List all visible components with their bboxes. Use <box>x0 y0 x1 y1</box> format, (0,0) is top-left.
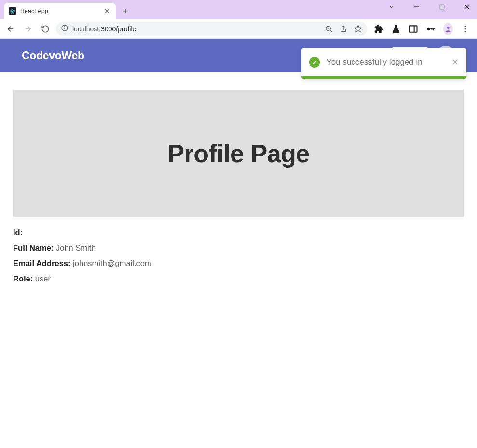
field-full-name: Full Name: John Smith <box>13 243 464 252</box>
browser-tab[interactable]: React App ✕ <box>4 3 116 19</box>
brand-logo[interactable]: CodevoWeb <box>22 49 84 62</box>
profile-fields: Id: Full Name: John Smith Email Address:… <box>13 217 464 283</box>
svg-point-28 <box>465 31 466 32</box>
key-icon[interactable] <box>426 24 436 34</box>
panel-icon[interactable] <box>409 24 418 34</box>
svg-rect-5 <box>440 5 444 9</box>
svg-rect-24 <box>432 28 433 30</box>
close-tab-icon[interactable]: ✕ <box>103 7 111 15</box>
page-viewport: CodevoWeb You successfully logged in ✕ P… <box>0 39 477 448</box>
site-info-icon[interactable] <box>61 24 68 33</box>
svg-point-12 <box>65 27 65 27</box>
toast-notification: You successfully logged in ✕ <box>301 48 466 79</box>
address-bar[interactable]: localhost:3000/profile <box>56 22 367 36</box>
maximize-window-icon[interactable] <box>435 1 449 13</box>
kebab-menu-icon[interactable] <box>461 24 470 34</box>
bookmark-star-icon[interactable] <box>354 25 362 33</box>
svg-line-14 <box>330 30 332 32</box>
minimize-window-icon[interactable] <box>409 1 424 13</box>
browser-titlebar: React App ✕ + <box>0 0 477 19</box>
page-title: Profile Page <box>167 139 310 168</box>
email-label: Email Address: <box>13 259 71 267</box>
checkmark-success-icon <box>309 57 320 68</box>
tab-title: React App <box>20 8 99 14</box>
svg-marker-18 <box>354 25 361 31</box>
toast-close-icon[interactable]: ✕ <box>451 57 459 68</box>
email-value: johnsmith@gmail.com <box>73 259 151 267</box>
field-role: Role: user <box>13 274 464 283</box>
name-label: Full Name: <box>13 243 54 252</box>
svg-rect-19 <box>410 26 417 32</box>
url-text: localhost:3000/profile <box>72 25 136 33</box>
svg-point-27 <box>465 28 466 29</box>
role-value: user <box>35 274 51 283</box>
name-value: John Smith <box>56 243 96 252</box>
reload-button[interactable] <box>39 22 52 36</box>
chevron-down-icon[interactable] <box>384 1 399 13</box>
forward-button[interactable] <box>21 22 35 36</box>
close-window-icon[interactable] <box>460 1 474 13</box>
browser-toolbar: localhost:3000/profile <box>0 19 477 39</box>
page-content: Profile Page Id: Full Name: John Smith E… <box>0 72 477 283</box>
back-button[interactable] <box>4 22 17 36</box>
new-tab-button[interactable]: + <box>119 4 132 18</box>
field-id: Id: <box>13 228 464 237</box>
zoom-icon[interactable] <box>325 25 333 33</box>
svg-rect-23 <box>433 28 434 30</box>
window-controls <box>384 1 474 13</box>
share-icon[interactable] <box>340 25 347 33</box>
field-email: Email Address: johnsmith@gmail.com <box>13 259 464 268</box>
svg-point-21 <box>427 27 431 30</box>
flask-icon[interactable] <box>391 24 401 34</box>
page-banner: Profile Page <box>13 90 464 217</box>
svg-point-25 <box>447 26 449 28</box>
extensions-puzzle-icon[interactable] <box>374 24 383 34</box>
toolbar-extensions <box>371 24 473 34</box>
profile-avatar-icon[interactable] <box>443 24 453 34</box>
svg-point-1 <box>10 10 15 12</box>
role-label: Role: <box>13 274 33 283</box>
react-favicon-icon <box>9 7 16 15</box>
toast-message: You successfully logged in <box>327 57 445 67</box>
id-label: Id: <box>13 228 23 237</box>
svg-point-26 <box>465 25 466 27</box>
